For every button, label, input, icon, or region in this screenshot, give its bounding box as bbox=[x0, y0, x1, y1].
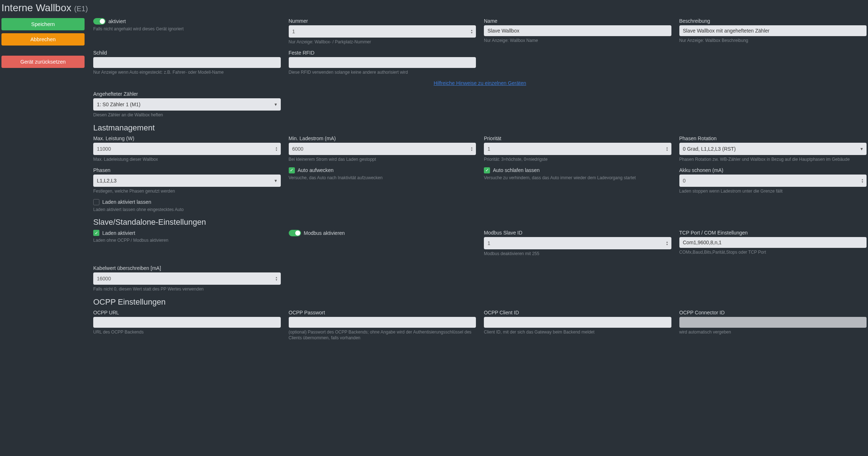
modbus-id-value: 1 bbox=[487, 240, 490, 246]
akku-help: Laden stoppen wenn Ladestrom unter die G… bbox=[679, 188, 867, 194]
chevron-down-icon: ▼ bbox=[274, 178, 278, 183]
stepper-arrows-icon: ▲▼ bbox=[470, 29, 473, 34]
auto-schlafen-checkbox[interactable]: ✓ Auto schlafen lassen bbox=[484, 167, 671, 173]
aktiviert-help: Falls nicht angehakt wird dieses Gerät i… bbox=[93, 26, 281, 32]
kabel-value: 16000 bbox=[97, 276, 111, 281]
prio-input[interactable]: 1 ▲▼ bbox=[484, 143, 671, 155]
main-form: aktiviert Falls nicht angehakt wird dies… bbox=[93, 18, 867, 346]
ocpp-url-label: OCPP URL bbox=[93, 310, 281, 315]
schild-help: Nur Anzeige wenn Auto eingesteckt: z.B. … bbox=[93, 69, 281, 75]
stepper-arrows-icon: ▲▼ bbox=[861, 178, 864, 183]
ocpp-conn-label: OCPP Connector ID bbox=[679, 310, 867, 315]
auto-aufwecken-label: Auto aufwecken bbox=[298, 167, 334, 173]
modbus-toggle[interactable]: Modbus aktivieren bbox=[289, 230, 476, 236]
beschreibung-help: Nur Anzeige: Wallbox Beschreibung bbox=[679, 38, 867, 43]
cancel-button[interactable]: Abbrechen bbox=[1, 33, 85, 46]
meter-help: Diesen Zähler an die Wallbox heften bbox=[93, 112, 281, 118]
reset-button[interactable]: Gerät zurücksetzen bbox=[1, 56, 85, 68]
modbus-id-label: Modbus Slave ID bbox=[484, 230, 671, 236]
phasen-label: Phasen bbox=[93, 167, 281, 173]
tcp-input[interactable] bbox=[679, 237, 867, 248]
name-help: Nur Anzeige: Wallbox Name bbox=[484, 38, 671, 43]
modbus-id-input[interactable]: 1 ▲▼ bbox=[484, 237, 671, 249]
chevron-down-icon: ▼ bbox=[860, 147, 864, 151]
laden-aktiviert-help: Laden ohne OCPP / Modbus aktivieren bbox=[93, 237, 281, 243]
kabel-label: Kabelwert überschreiben [mA] bbox=[93, 265, 281, 271]
nummer-help: Nur Anzeige: Wallbox- / Parkplatz-Nummer bbox=[289, 39, 476, 45]
ocpp-client-help: Client ID, mit der sich das Gateway beim… bbox=[484, 329, 671, 335]
kabel-help: Falls nicht 0, diesen Wert statt des PP … bbox=[93, 286, 281, 292]
chevron-down-icon: ▼ bbox=[274, 102, 278, 107]
laden-lassen-checkbox[interactable]: Laden aktiviert lassen bbox=[93, 199, 281, 205]
minstrom-value: 6000 bbox=[292, 146, 304, 152]
aktiviert-toggle[interactable]: aktiviert bbox=[93, 18, 281, 25]
schild-input[interactable] bbox=[93, 57, 281, 68]
rfid-help: Diese RFID verwenden solange keine ander… bbox=[289, 69, 476, 75]
stepper-arrows-icon: ▲▼ bbox=[666, 146, 669, 151]
name-label: Name bbox=[484, 18, 671, 24]
name-input[interactable] bbox=[484, 25, 671, 36]
maxleistung-label: Max. Leistung (W) bbox=[93, 135, 281, 141]
ocpp-client-label: OCPP Client ID bbox=[484, 310, 671, 315]
phasen-select[interactable]: L1,L2,L3 ▼ bbox=[93, 175, 281, 187]
ocpp-pass-label: OCPP Passwort bbox=[289, 310, 476, 315]
hint-link[interactable]: Hilfreiche Hinweise zu einzelnen Geräten bbox=[434, 80, 526, 86]
auto-schlafen-help: Versuche zu verhindern, dass das Auto im… bbox=[484, 175, 671, 181]
schild-label: Schild bbox=[93, 50, 281, 56]
stepper-arrows-icon: ▲▼ bbox=[470, 146, 473, 151]
laden-aktiviert-checkbox[interactable]: ✓ Laden aktiviert bbox=[93, 230, 281, 236]
ocpp-url-input[interactable] bbox=[93, 317, 281, 328]
page-title: Interne Wallbox (E1) bbox=[1, 0, 867, 18]
rfid-label: Feste RFID bbox=[289, 50, 476, 56]
auto-aufwecken-help: Versuche, das Auto nach Inaktivität aufz… bbox=[289, 175, 476, 181]
save-button[interactable]: Speichern bbox=[1, 18, 85, 30]
ocpp-url-help: URL des OCPP Backends bbox=[93, 329, 281, 335]
stepper-arrows-icon: ▲▼ bbox=[275, 276, 278, 281]
rotation-help: Phasen Rotation zw. WB-Zähler und Wallbo… bbox=[679, 156, 867, 162]
stepper-arrows-icon: ▲▼ bbox=[275, 146, 278, 151]
prio-help: Priorität: 3=höchste, 0=niedrigste bbox=[484, 156, 671, 162]
aktiviert-label: aktiviert bbox=[108, 18, 126, 24]
stepper-arrows-icon: ▲▼ bbox=[666, 241, 669, 246]
maxleistung-help: Max. Ladeleistung dieser Wallbox bbox=[93, 156, 281, 162]
phasen-value: L1,L2,L3 bbox=[97, 178, 117, 184]
minstrom-help: Bei kleinerem Strom wird das Laden gesto… bbox=[289, 156, 476, 162]
modbus-label: Modbus aktivieren bbox=[304, 230, 345, 236]
ocpp-title: OCPP Einstellungen bbox=[93, 297, 867, 307]
ocpp-conn-help: wird automatisch vergeben bbox=[679, 329, 867, 335]
rotation-label: Phasen Rotation bbox=[679, 135, 867, 141]
maxleistung-input[interactable]: 11000 ▲▼ bbox=[93, 143, 281, 155]
prio-label: Priorität bbox=[484, 135, 671, 141]
rotation-select[interactable]: 0 Grad, L1,L2,L3 (RST) ▼ bbox=[679, 143, 867, 155]
tcp-help: COMx,Baud,Bits,Parität,Stops oder TCP Po… bbox=[679, 249, 867, 255]
minstrom-input[interactable]: 6000 ▲▼ bbox=[289, 143, 476, 155]
page-title-suffix: (E1) bbox=[74, 5, 88, 13]
rfid-input[interactable] bbox=[289, 57, 476, 68]
kabel-input[interactable]: 16000 ▲▼ bbox=[93, 272, 281, 285]
ocpp-pass-input[interactable] bbox=[289, 317, 476, 328]
akku-label: Akku schonen (mA) bbox=[679, 167, 867, 173]
page-title-text: Interne Wallbox bbox=[1, 2, 72, 13]
beschreibung-label: Beschreibung bbox=[679, 18, 867, 24]
rotation-value: 0 Grad, L1,L2,L3 (RST) bbox=[683, 146, 736, 152]
ocpp-conn-input bbox=[679, 317, 867, 328]
meter-label: Angehefteter Zähler bbox=[93, 91, 281, 97]
laden-lassen-help: Laden aktiviert lassen ohne eingesteckte… bbox=[93, 207, 281, 212]
laden-lassen-label: Laden aktiviert lassen bbox=[102, 199, 151, 205]
akku-value: 0 bbox=[683, 178, 686, 184]
meter-select[interactable]: 1: S0 Zähler 1 (M1) ▼ bbox=[93, 98, 281, 111]
prio-value: 1 bbox=[487, 146, 490, 152]
sidebar: Speichern Abbrechen Gerät zurücksetzen bbox=[1, 18, 85, 346]
maxleistung-value: 11000 bbox=[97, 146, 111, 152]
ocpp-pass-help: (optional) Passwort des OCPP Backends; o… bbox=[289, 329, 476, 341]
phasen-help: Festlegen, welche Phasen genutzt werden bbox=[93, 188, 281, 194]
auto-aufwecken-checkbox[interactable]: ✓ Auto aufwecken bbox=[289, 167, 476, 173]
minstrom-label: Min. Ladestrom (mA) bbox=[289, 135, 476, 141]
nummer-value: 1 bbox=[292, 29, 295, 34]
nummer-label: Nummer bbox=[289, 18, 476, 24]
akku-input[interactable]: 0 ▲▼ bbox=[679, 175, 867, 187]
beschreibung-input[interactable] bbox=[679, 25, 867, 36]
ocpp-client-input[interactable] bbox=[484, 317, 671, 328]
auto-schlafen-label: Auto schlafen lassen bbox=[493, 167, 540, 173]
nummer-input[interactable]: 1 ▲▼ bbox=[289, 25, 476, 38]
